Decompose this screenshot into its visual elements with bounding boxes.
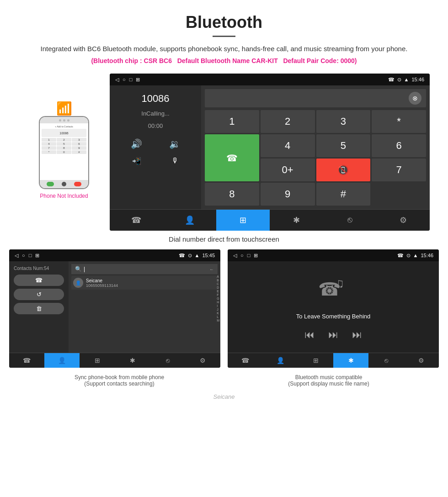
cb-home-icon: ○	[22, 253, 25, 258]
mic-icon[interactable]: 🎙	[171, 157, 179, 165]
music-screen: ◁ ○ □ ⊞ ☎ ⊙ ▲ 15:46 ☎ ♫	[228, 249, 439, 368]
phone-input-number: 10086	[59, 132, 68, 135]
dial-left-panel: 10086 InCalling... 00:00 🔊 🔉 📲 🎙	[110, 85, 201, 209]
transfer-icon[interactable]: 📲	[132, 157, 141, 165]
call-accept-button[interactable]: ☎	[205, 134, 259, 181]
tab-contacts[interactable]: 👤	[163, 210, 217, 231]
alpha-e: E	[217, 290, 219, 293]
music-tab-bluetooth[interactable]: ✱	[333, 353, 368, 368]
contact-avatar: 👤	[73, 278, 83, 288]
call-button[interactable]: ☎	[14, 275, 64, 286]
phone-dot	[67, 119, 69, 122]
contacts-tab-dialpad[interactable]: ⊞	[80, 353, 115, 368]
contacts-tab-call[interactable]: ☎	[9, 353, 44, 368]
tab-phone-switch[interactable]: ⎋	[323, 210, 377, 231]
key-8[interactable]: 8	[205, 183, 259, 206]
alphabet-scroll[interactable]: A B C D E F G H I J K L M	[217, 275, 219, 322]
contacts-tab-bluetooth[interactable]: ✱	[115, 353, 150, 368]
mb-loc-icon: ⊙	[406, 253, 411, 259]
numpad-panel: ⊗ 1 2 3 * ☎ 4 5 6 0+ 📵 7 8	[201, 85, 430, 209]
key-5[interactable]: 5	[316, 134, 371, 157]
next-button[interactable]: ⏭	[352, 329, 362, 341]
search-cursor: |	[84, 266, 85, 272]
backspace-small-icon: ←	[209, 267, 214, 272]
contacts-caption-text: Sync phone-book from mobile phone	[18, 374, 220, 381]
phone-section: 📶 + Add to Contacts 10086 1 2 3	[18, 74, 110, 199]
status-right: ☎ ⊙ ▲ 15:46	[388, 77, 424, 83]
phone-not-included-label: Phone Not Included	[40, 193, 88, 199]
tab-settings[interactable]: ⚙	[376, 210, 430, 231]
cb-signal-icon: ⊞	[35, 253, 39, 259]
tab-bluetooth[interactable]: ✱	[270, 210, 323, 231]
phone-mockup: + Add to Contacts 10086 1 2 3 4 5 6 7 8 …	[39, 116, 89, 189]
key-2[interactable]: 2	[261, 110, 315, 133]
music-tab-switch[interactable]: ⎋	[368, 353, 404, 368]
contacts-caption: Sync phone-book from mobile phone (Suppo…	[18, 374, 220, 387]
music-caption-sub: (Support display music file name)	[228, 381, 430, 387]
recents-icon: □	[129, 77, 133, 82]
bluetooth-signal-icon: 📶	[56, 101, 72, 116]
call-status-icon: ☎	[388, 77, 395, 83]
clock: 15:46	[411, 77, 424, 82]
sync-button[interactable]: ↺	[14, 289, 64, 300]
key-0plus[interactable]: 0+	[261, 159, 315, 181]
main-content: 📶 + Add to Contacts 10086 1 2 3	[0, 69, 448, 405]
status-left: ◁ ○ □ ⊞	[115, 77, 140, 83]
tab-call-log[interactable]: ☎	[110, 210, 163, 231]
alpha-c: C	[217, 282, 219, 286]
volume-up-icon[interactable]: 🔊	[131, 138, 142, 149]
key-9[interactable]: 9	[261, 183, 315, 206]
alpha-l: L	[217, 315, 219, 318]
mb-signal-icon: ⊞	[254, 253, 258, 259]
dial-body: 10086 InCalling... 00:00 🔊 🔉 📲 🎙	[110, 85, 430, 209]
contacts-tab-bar: ☎ 👤 ⊞ ✱ ⎋ ⚙	[9, 353, 220, 368]
alpha-k: K	[217, 312, 219, 315]
contacts-tab-switch[interactable]: ⎋	[150, 353, 185, 368]
delete-button[interactable]: 🗑	[14, 303, 64, 314]
alpha-f: F	[217, 293, 219, 296]
key-1[interactable]: 1	[205, 110, 259, 133]
key-6[interactable]: 6	[372, 134, 426, 157]
dial-controls: 🔊 🔉	[117, 138, 194, 149]
prev-button[interactable]: ⏮	[304, 329, 315, 341]
contact-phone: 10655059113144	[86, 283, 118, 288]
call-end-button[interactable]: 📵	[316, 159, 371, 181]
music-controls: ⏮ ⏭ ⏭	[304, 329, 362, 341]
music-tab-contacts[interactable]: 👤	[263, 353, 298, 368]
tab-dialpad[interactable]: ⊞	[216, 210, 270, 231]
contacts-status-bar: ◁ ○ □ ⊞ ☎ ⊙ ▲ 15:45	[9, 249, 220, 261]
phone-key-7: 7	[42, 146, 56, 150]
dial-tab-bar: ☎ 👤 ⊞ ✱ ⎋ ⚙	[110, 209, 430, 231]
music-tab-settings[interactable]: ⚙	[404, 353, 439, 368]
pair-info: Default Pair Code: 0000)	[283, 57, 357, 64]
add-contacts-label: + Add to Contacts	[42, 125, 86, 128]
contacts-screen: ◁ ○ □ ⊞ ☎ ⊙ ▲ 15:45 Contacts Num:54 ☎ ↺	[9, 249, 220, 368]
alpha-d: D	[217, 286, 219, 289]
contact-name: Seicane	[86, 278, 118, 283]
phone-key-hash: #	[72, 150, 86, 154]
phone-key-9: 9	[72, 146, 86, 150]
backspace-button[interactable]: ⊗	[409, 92, 421, 105]
contact-item[interactable]: 👤 Seicane 10655059113144	[71, 276, 218, 290]
contact-details: Seicane 10655059113144	[86, 278, 118, 288]
bottom-captions: Sync phone-book from mobile phone (Suppo…	[9, 372, 439, 391]
alpha-j: J	[217, 308, 219, 311]
music-tab-dialpad[interactable]: ⊞	[298, 353, 333, 368]
contacts-tab-settings[interactable]: ⚙	[185, 353, 220, 368]
phone-key-1: 1	[42, 138, 56, 142]
key-7[interactable]: 7	[372, 159, 426, 181]
key-3[interactable]: 3	[316, 110, 371, 133]
music-status-bar: ◁ ○ □ ⊞ ☎ ⊙ ▲ 15:46	[228, 249, 439, 261]
key-star[interactable]: *	[372, 110, 426, 133]
alpha-b: B	[217, 279, 219, 282]
key-hash[interactable]: #	[316, 183, 371, 206]
volume-down-icon[interactable]: 🔉	[169, 138, 181, 149]
contacts-tab-contacts[interactable]: 👤	[44, 353, 80, 368]
alpha-i: I	[217, 304, 219, 307]
play-pause-button[interactable]: ⏭	[328, 329, 338, 341]
music-caption: Bluetooth music compatible (Support disp…	[228, 374, 430, 387]
svg-text:♫: ♫	[335, 276, 344, 290]
music-tab-call[interactable]: ☎	[228, 353, 263, 368]
key-4[interactable]: 4	[261, 134, 315, 157]
cb-loc-icon: ⊙	[188, 253, 192, 259]
